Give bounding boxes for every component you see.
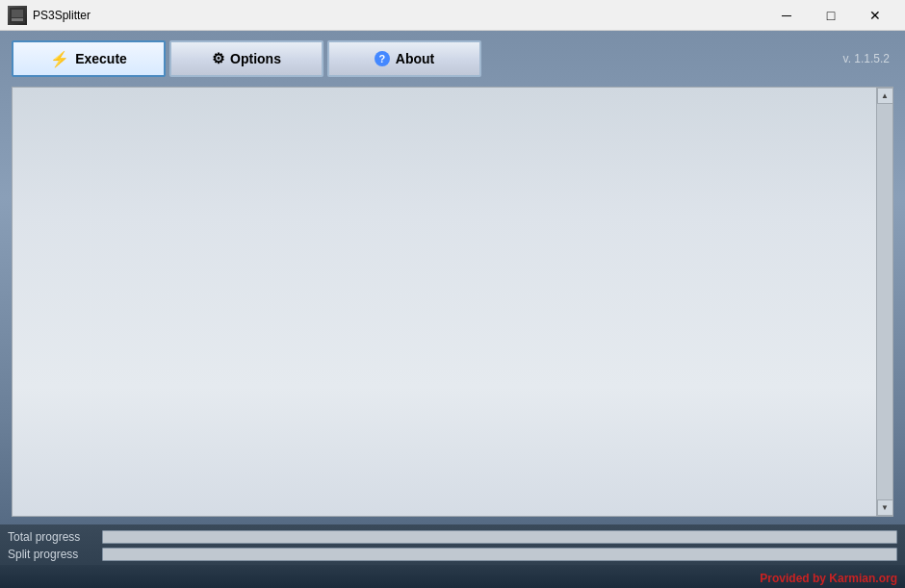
progress-section: Total progress Split progress Provided b…	[0, 524, 905, 588]
execute-button[interactable]: ⚡ Execute	[12, 40, 166, 77]
help-icon: ?	[375, 51, 390, 66]
total-progress-label: Total progress	[8, 530, 94, 544]
scroll-down-button[interactable]: ▼	[877, 499, 893, 516]
scroll-up-button[interactable]: ▲	[877, 88, 893, 104]
maximize-button[interactable]: □	[809, 0, 853, 31]
split-progress-track	[102, 548, 897, 561]
lightning-icon: ⚡	[50, 50, 69, 68]
options-button[interactable]: ⚙ Options	[169, 40, 323, 77]
gear-icon: ⚙	[212, 50, 224, 67]
close-button[interactable]: ✕	[853, 0, 897, 31]
scrollbar-track: ▲ ▼	[876, 88, 892, 516]
window-controls: ─ □ ✕	[764, 0, 897, 31]
app-container: ⚡ Execute ⚙ Options ? About v. 1.1.5.2 ▲…	[0, 31, 905, 588]
scrollbar-thumb-area	[877, 104, 892, 499]
app-icon	[8, 6, 27, 25]
svg-rect-2	[12, 18, 23, 21]
title-bar: PS3Splitter ─ □ ✕	[0, 0, 905, 31]
log-textarea[interactable]	[13, 88, 892, 516]
total-progress-row: Total progress	[8, 530, 897, 544]
version-label: v. 1.1.5.2	[843, 52, 890, 65]
svg-rect-1	[12, 10, 23, 17]
about-button[interactable]: ? About	[327, 40, 481, 77]
credit-text: Provided by Karmian.org	[760, 572, 897, 585]
app-title: PS3Splitter	[33, 9, 764, 22]
toolbar: ⚡ Execute ⚙ Options ? About v. 1.1.5.2	[12, 40, 893, 77]
split-progress-label: Split progress	[8, 548, 94, 561]
total-progress-track	[102, 530, 897, 544]
split-progress-row: Split progress	[8, 548, 897, 561]
footer-bar: Provided by Karmian.org	[0, 565, 905, 588]
minimize-button[interactable]: ─	[764, 0, 809, 31]
log-area-wrapper: ▲ ▼	[12, 87, 893, 517]
